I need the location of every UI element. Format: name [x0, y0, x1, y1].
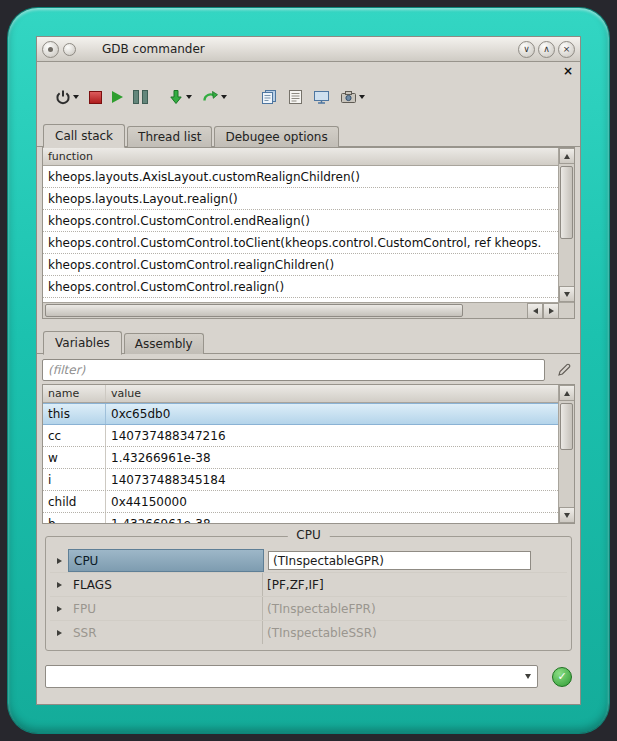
tab-debugee-options[interactable]: Debugee options [214, 126, 338, 147]
callstack-panel: function kheops.layouts.AxisLayout.custo… [42, 147, 575, 319]
run-button[interactable] [108, 84, 127, 110]
maximize-button[interactable]: ∧ [538, 41, 555, 58]
register-group-name[interactable]: SSR [68, 621, 263, 644]
callstack-header[interactable]: function [43, 148, 558, 166]
callstack-row[interactable]: kheops.layouts.AxisLayout.customRealignC… [43, 166, 558, 188]
frame-function: kheops.layouts.AxisLayout.customRealignC… [43, 170, 365, 184]
expand-arrow-icon[interactable] [50, 606, 68, 612]
titlebar[interactable]: GDB commander ∨ ∧ × [37, 37, 580, 62]
callstack-vertical-scrollbar[interactable] [558, 148, 574, 302]
callstack-row[interactable]: kheops.layouts.Layout.realign() [43, 188, 558, 210]
curved-arrow-icon [202, 89, 219, 105]
command-combobox[interactable] [45, 665, 538, 688]
cpu-register-row[interactable]: CPU (TInspectableGPR) [50, 549, 567, 573]
variable-name: w [43, 447, 106, 468]
scrollbar-handle[interactable] [560, 166, 573, 239]
snapshot-button[interactable] [336, 84, 369, 110]
scroll-up-icon [564, 154, 570, 159]
column-value[interactable]: value [106, 387, 146, 400]
cpu-register-row[interactable]: FPU (TInspectableFPR) [50, 597, 567, 621]
variable-value: 140737488345184 [106, 473, 558, 487]
scrollbar-track[interactable] [43, 303, 527, 318]
pause-button[interactable] [129, 84, 152, 110]
scroll-left-button[interactable] [527, 303, 543, 319]
combobox-arrow-icon[interactable] [525, 674, 531, 679]
app-icon[interactable] [42, 41, 59, 58]
expand-arrow-icon[interactable] [50, 558, 68, 564]
pause-icon [133, 90, 148, 104]
variable-value: 0x44150000 [106, 495, 558, 509]
callstack-row[interactable]: kheops.control.CustomControl.realign() [43, 276, 558, 298]
check-icon: ✓ [557, 671, 566, 682]
filter-row [42, 359, 575, 381]
close-button[interactable]: × [558, 41, 575, 58]
tab-thread-list[interactable]: Thread list [127, 126, 212, 147]
register-group-name[interactable]: FLAGS [68, 573, 263, 596]
frame-function: kheops.control.CustomControl.endRealign(… [43, 214, 315, 228]
power-icon [55, 89, 71, 105]
apply-button[interactable]: ✓ [552, 667, 572, 687]
scroll-up-button[interactable] [559, 385, 574, 401]
cpu-register-row[interactable]: FLAGS [PF,ZF,IF] [50, 573, 567, 597]
cpu-register-row[interactable]: SSR (TInspectableSSR) [50, 621, 567, 644]
scroll-down-button[interactable] [559, 507, 574, 523]
variable-name: child [43, 491, 106, 512]
stop-button[interactable] [85, 84, 106, 110]
tab-variables[interactable]: Variables [43, 331, 122, 355]
register-group-name[interactable]: FPU [68, 597, 263, 620]
register-value-editor[interactable]: (TInspectableGPR) [268, 551, 531, 570]
gdb-commander-window: GDB commander ∨ ∧ × × [36, 36, 581, 705]
column-name[interactable]: name [43, 385, 106, 402]
tab-call-stack[interactable]: Call stack [43, 124, 125, 148]
dropdown-arrow-icon[interactable] [221, 95, 227, 99]
dropdown-arrow-icon[interactable] [186, 95, 192, 99]
variable-row[interactable]: i 140737488345184 [43, 469, 558, 491]
scroll-up-icon [564, 391, 570, 396]
scrollbar-track[interactable] [559, 164, 574, 286]
variable-row[interactable]: b 1.43266961e-38 [43, 513, 558, 523]
variables-header[interactable]: name value [43, 385, 558, 403]
variable-row-selected[interactable]: this 0xc65db0 [43, 403, 558, 425]
register-group-name[interactable]: CPU [68, 549, 264, 572]
titlebar-buttons: ∨ ∧ × [518, 41, 575, 58]
cpu-group-title: CPU [287, 528, 329, 542]
callstack-row[interactable]: kheops.control.CustomControl.endRealign(… [43, 210, 558, 232]
callstack-row[interactable]: kheops.control.CustomControl.realignChil… [43, 254, 558, 276]
step-into-button[interactable] [164, 84, 196, 110]
scroll-down-button[interactable] [559, 286, 574, 302]
log-button[interactable] [284, 84, 307, 110]
scroll-up-button[interactable] [559, 148, 574, 164]
callstack-horizontal-scrollbar[interactable] [43, 302, 574, 318]
scrollbar-track[interactable] [559, 401, 574, 507]
command-row: ✓ [45, 665, 572, 688]
filter-options-button[interactable] [553, 360, 575, 380]
scroll-right-button[interactable] [543, 303, 559, 319]
register-group-value: [PF,ZF,IF] [263, 578, 567, 592]
dropdown-arrow-icon[interactable] [73, 95, 79, 99]
filter-input[interactable] [42, 359, 545, 381]
variables-vertical-scrollbar[interactable] [558, 385, 574, 523]
column-function[interactable]: function [43, 150, 98, 163]
register-group-value: (TInspectableFPR) [263, 602, 567, 616]
tab-assembly[interactable]: Assembly [124, 333, 204, 354]
expand-arrow-icon[interactable] [50, 630, 68, 636]
step-over-button[interactable] [198, 84, 231, 110]
window-frame: GDB commander ∨ ∧ × × [8, 8, 609, 733]
target-button[interactable] [309, 84, 334, 110]
scrollbar-handle[interactable] [45, 304, 463, 317]
scrollbar-handle[interactable] [560, 403, 573, 450]
expand-arrow-icon[interactable] [50, 582, 68, 588]
variable-name: this [43, 404, 106, 424]
variable-row[interactable]: cc 140737488347216 [43, 425, 558, 447]
camera-icon [340, 89, 357, 105]
variable-row[interactable]: w 1.43266961e-38 [43, 447, 558, 469]
power-button[interactable] [51, 84, 83, 110]
panel-close-button[interactable]: × [563, 65, 573, 77]
dropdown-arrow-icon[interactable] [359, 95, 365, 99]
shade-button[interactable]: ∨ [518, 41, 535, 58]
variable-name: i [43, 469, 106, 490]
variable-row[interactable]: child 0x44150000 [43, 491, 558, 513]
sources-button[interactable] [257, 84, 282, 110]
list-icon [288, 89, 303, 105]
callstack-row[interactable]: kheops.control.CustomControl.toClient(kh… [43, 232, 558, 254]
